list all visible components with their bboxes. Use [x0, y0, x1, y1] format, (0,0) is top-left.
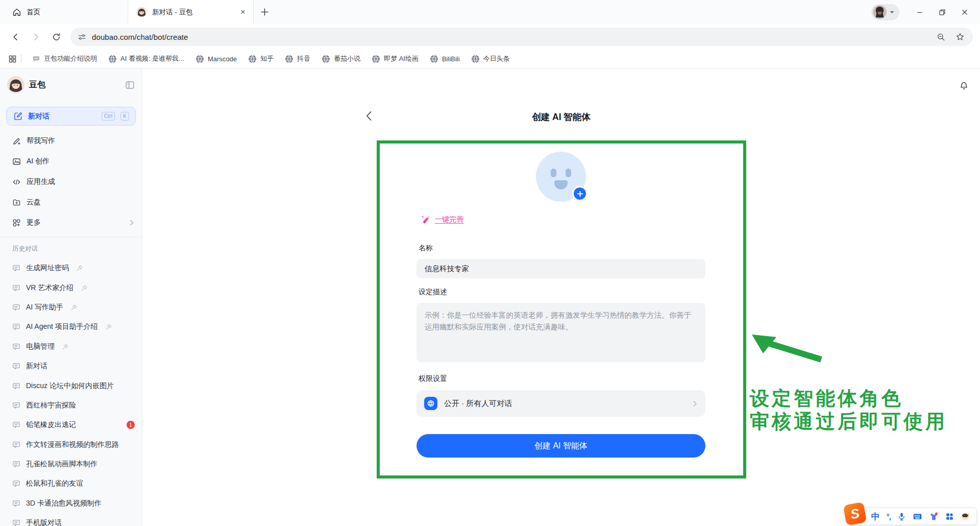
- history-item[interactable]: 手机版对话: [0, 513, 142, 526]
- pin-icon: [77, 265, 83, 271]
- new-chat-icon: [14, 112, 22, 121]
- sidebar-item[interactable]: AI 创作: [0, 151, 142, 172]
- history-item-label: 西红柿宇宙探险: [26, 401, 76, 410]
- zoom-out-icon[interactable]: [937, 33, 945, 41]
- bookmark-item[interactable]: Marscode: [190, 52, 242, 66]
- bookmark-label: 豆包功能介绍说明: [44, 54, 97, 63]
- bookmark-item[interactable]: BiliBili: [424, 52, 465, 66]
- pin-icon: [62, 344, 68, 350]
- plus-icon: [260, 8, 269, 16]
- sidebar-item-new-chat[interactable]: 新对话 Ctrl K: [6, 107, 136, 126]
- create-bot-button[interactable]: 创建 AI 智能体: [416, 434, 705, 458]
- sogou-logo[interactable]: S: [843, 502, 867, 525]
- chat-bubble-icon: [12, 343, 20, 351]
- globe-icon: [285, 55, 293, 63]
- bookmark-item[interactable]: 今日头条: [465, 52, 516, 66]
- autofill-button[interactable]: 一键完善: [421, 214, 463, 225]
- globe-icon: [108, 55, 117, 63]
- history-item[interactable]: 作文转漫画和视频的制作思路: [0, 435, 142, 455]
- reload-button[interactable]: [48, 29, 64, 45]
- tab-home[interactable]: 首页: [0, 0, 128, 24]
- bot-description-textarea[interactable]: [416, 303, 705, 362]
- history-item[interactable]: Discuz 论坛中如何内嵌图片: [0, 376, 142, 395]
- window-restore-button[interactable]: [931, 0, 953, 24]
- forward-button[interactable]: [28, 29, 44, 45]
- tab-title: 新对话 - 豆包: [152, 8, 233, 17]
- reload-icon: [52, 32, 61, 42]
- history-item-label: 铅笔橡皮出逃记: [26, 420, 76, 429]
- punctuation-icon[interactable]: °,: [887, 512, 891, 521]
- history-item[interactable]: 西红柿宇宙探险: [0, 396, 142, 415]
- toolbox-grid-icon[interactable]: [945, 512, 954, 521]
- sidebar-item[interactable]: 云盘: [0, 192, 142, 212]
- chat-bubble-icon: [12, 519, 20, 526]
- sidebar-item-label: 更多: [27, 218, 123, 227]
- history-item-label: Discuz 论坛中如何内嵌图片: [26, 381, 114, 391]
- skin-shirt-icon[interactable]: [929, 512, 939, 521]
- history-item[interactable]: 新对话: [0, 356, 142, 376]
- history-item[interactable]: AI 写作助手: [0, 298, 142, 317]
- bookmark-star-icon[interactable]: [955, 32, 965, 41]
- bookmark-item[interactable]: 抖音: [279, 52, 316, 66]
- window-close-button[interactable]: [953, 0, 976, 24]
- bookmark-item[interactable]: 豆包功能介绍说明: [27, 52, 103, 66]
- history-item[interactable]: VR 艺术家介绍: [0, 278, 142, 297]
- history-item[interactable]: AI Agent 项目助手介绍: [0, 317, 142, 337]
- history-item[interactable]: 生成网址密码: [0, 258, 142, 278]
- bookmark-item[interactable]: 番茄小说: [316, 52, 366, 66]
- shortcut-k: K: [120, 112, 129, 121]
- keyboard-icon[interactable]: [913, 512, 922, 521]
- bookmark-label: AI 看视频: 是谁帮我...: [120, 54, 184, 63]
- upload-avatar-button[interactable]: [572, 186, 587, 201]
- bookmark-item[interactable]: 知乎: [242, 52, 279, 66]
- site-settings-icon[interactable]: [78, 33, 86, 41]
- globe-icon: [372, 55, 380, 63]
- bookmark-label: 今日头条: [483, 54, 510, 63]
- history-item[interactable]: 孔雀松鼠动画脚本制作: [0, 455, 142, 474]
- ime-mode-chinese[interactable]: 中: [871, 511, 880, 522]
- history-item[interactable]: 电脑管理: [0, 337, 142, 356]
- bookmark-item[interactable]: AI 看视频: 是谁帮我...: [103, 52, 190, 66]
- notification-bell-icon[interactable]: [959, 81, 969, 91]
- back-button[interactable]: [7, 29, 23, 45]
- name-field-label: 名称: [419, 244, 433, 253]
- apps-grid-icon[interactable]: [8, 55, 17, 63]
- speech-bubble-icon: [32, 55, 40, 63]
- sidebar-item-label: 帮我写作: [27, 136, 135, 146]
- globe-icon: [248, 55, 257, 63]
- sidebar-item-label: AI 创作: [27, 157, 135, 166]
- microphone-icon[interactable]: [897, 512, 906, 521]
- history-item[interactable]: 3D 卡通治愈风视频制作: [0, 494, 142, 513]
- history-item-label: 孔雀松鼠动画脚本制作: [26, 460, 97, 469]
- sidebar-item[interactable]: 帮我写作: [0, 131, 142, 151]
- permission-selector[interactable]: 公开 · 所有人可对话: [416, 390, 705, 417]
- tab-close-icon[interactable]: ✕: [238, 7, 248, 17]
- history-item[interactable]: 松鼠和孔雀的友谊: [0, 474, 142, 493]
- address-bar[interactable]: doubao.com/chat/bot/create: [70, 28, 973, 46]
- sidebar-item[interactable]: 应用生成: [0, 172, 142, 192]
- bookmark-item[interactable]: 即梦 AI绘画: [366, 52, 424, 66]
- bot-name-input[interactable]: [416, 259, 705, 278]
- doubao-avatar[interactable]: [7, 76, 24, 93]
- chat-bubble-icon: [12, 441, 20, 449]
- sidebar-item[interactable]: 更多: [0, 212, 142, 233]
- bot-avatar-placeholder[interactable]: [536, 152, 586, 202]
- chat-bubble-icon: [12, 303, 20, 312]
- home-icon: [12, 8, 21, 17]
- collapse-sidebar-icon[interactable]: [125, 80, 135, 90]
- bookmark-label: 番茄小说: [334, 54, 360, 63]
- browser-profile-button[interactable]: [871, 4, 899, 20]
- close-icon: [961, 9, 968, 16]
- public-globe-icon: [424, 397, 437, 410]
- history-item-label: 作文转漫画和视频的制作思路: [26, 440, 119, 449]
- tab-doubao[interactable]: 新对话 - 豆包 ✕: [128, 0, 254, 24]
- emoji-face-icon[interactable]: [961, 512, 970, 521]
- history-item-label: AI 写作助手: [26, 303, 63, 312]
- history-item[interactable]: 铅笔橡皮出逃记 1: [0, 415, 142, 435]
- pin-icon: [106, 324, 112, 330]
- window-minimize-button[interactable]: [909, 0, 931, 24]
- new-tab-button[interactable]: [254, 0, 275, 24]
- url-text[interactable]: doubao.com/chat/bot/create: [92, 33, 931, 41]
- bookmarks-list: 豆包功能介绍说明 AI 看视频: 是谁帮我... Marscode 知乎 抖音 …: [27, 52, 516, 66]
- history-list: 生成网址密码 VR 艺术家介绍 AI 写作助手 AI Agent 项目助手介绍 …: [0, 258, 142, 526]
